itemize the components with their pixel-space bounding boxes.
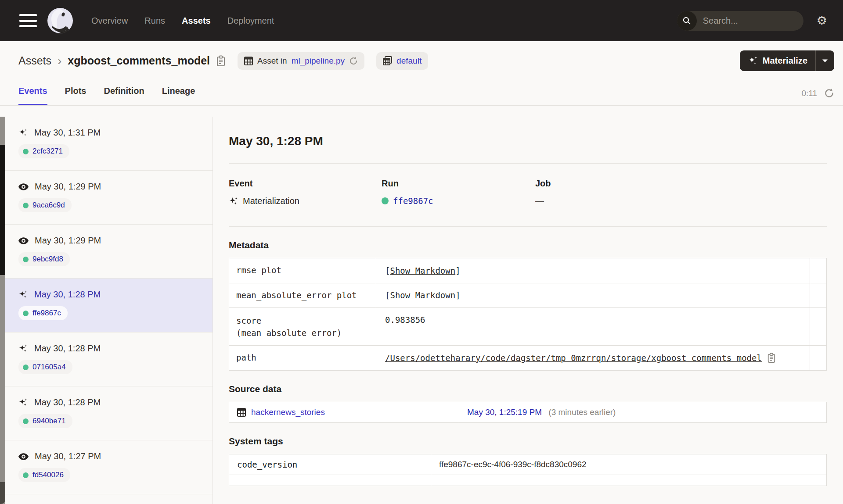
show-markdown-link[interactable]: Show Markdown <box>390 290 455 300</box>
materialization-sparkle-icon <box>18 344 28 354</box>
path-link[interactable]: /Users/odetteharary/code/dagster/tmp_0mz… <box>385 353 762 363</box>
system-tag-value: ffe9867c-ec9c-4f06-939c-f8dc830c0962 <box>431 454 827 475</box>
materialize-split-button: Materialize <box>740 50 834 71</box>
event-type-value: Materialization <box>243 196 299 206</box>
search-box[interactable]: / <box>677 11 803 31</box>
event-row[interactable]: May 30, 1:28 PM 071605a4 <box>5 332 213 386</box>
metadata-key: rmse plot <box>229 258 376 283</box>
tab-lineage[interactable]: Lineage <box>162 86 195 105</box>
system-tags-table: code_version ffe9867c-ec9c-4f06-939c-f8d… <box>229 454 827 486</box>
run-id-badge[interactable]: 9aca6c9d <box>18 198 72 212</box>
source-time-link[interactable]: May 30, 1:25:19 PM <box>467 407 542 417</box>
event-time: May 30, 1:29 PM <box>35 182 101 192</box>
materialize-dropdown-button[interactable] <box>816 50 834 71</box>
refresh-icon[interactable] <box>824 88 834 98</box>
event-time: May 30, 1:31 PM <box>34 128 101 138</box>
nav-item-overview[interactable]: Overview <box>91 16 128 26</box>
event-time: May 30, 1:28 PM <box>34 290 101 300</box>
metadata-heading: Metadata <box>229 240 827 250</box>
source-asset-link[interactable]: hackernews_stories <box>251 407 325 417</box>
job-column: Job — <box>535 179 827 206</box>
materialization-sparkle-icon <box>18 290 28 300</box>
run-id-badge[interactable]: fd540026 <box>18 468 70 482</box>
hamburger-menu-icon[interactable] <box>19 14 37 27</box>
dagster-logo-icon[interactable] <box>47 8 73 33</box>
event-row[interactable]: May 30, 1:29 PM 9aca6c9d <box>5 171 213 225</box>
materialize-label: Materialize <box>763 56 807 66</box>
group-badge: default <box>376 52 428 70</box>
tab-definition[interactable]: Definition <box>104 86 144 105</box>
materialize-button[interactable]: Materialize <box>740 50 815 71</box>
event-row[interactable]: May 30, 1:27 PM fd540026 <box>5 440 213 494</box>
nav-item-runs[interactable]: Runs <box>144 16 165 26</box>
metadata-row: score (mean_absolute_error) 0.983856 <box>229 308 827 346</box>
source-time-note: (3 minutes earlier) <box>548 407 616 417</box>
job-column-label: Job <box>535 179 827 189</box>
caret-down-icon <box>822 59 828 63</box>
metadata-key: mean_absolute_error plot <box>229 283 376 308</box>
observation-eye-icon <box>18 453 29 460</box>
run-status-dot <box>23 365 29 370</box>
run-id-badge[interactable]: 9ebc9fd8 <box>18 252 70 266</box>
tab-plots[interactable]: Plots <box>65 86 86 105</box>
show-markdown-link[interactable]: Show Markdown <box>390 266 455 275</box>
event-row[interactable]: May 30, 1:31 PM 2cfc3271 <box>5 117 213 171</box>
event-time: May 30, 1:28 PM <box>34 343 101 354</box>
group-default-link[interactable]: default <box>396 56 422 66</box>
event-row-partial <box>5 494 213 504</box>
run-status-dot <box>23 311 29 316</box>
copy-path-icon[interactable] <box>767 353 776 363</box>
run-column-label: Run <box>382 179 535 189</box>
breadcrumb-assets-link[interactable]: Assets <box>18 54 51 67</box>
asset-tabs: Events Plots Definition Lineage 0:11 <box>0 82 843 106</box>
metadata-row: rmse plot [Show Markdown] <box>229 258 827 283</box>
table-icon <box>244 57 253 65</box>
event-time: May 30, 1:28 PM <box>34 397 101 407</box>
metadata-row: mean_absolute_error plot [Show Markdown] <box>229 283 827 308</box>
materialization-sparkle-icon <box>229 197 238 206</box>
settings-gear-icon[interactable]: ⚙ <box>817 15 827 27</box>
asset-file-link[interactable]: ml_pipeline.py <box>292 56 345 66</box>
metadata-key: score (mean_absolute_error) <box>229 308 376 346</box>
event-row[interactable]: May 30, 1:28 PM 6940be71 <box>5 386 213 440</box>
run-id-badge[interactable]: 071605a4 <box>18 360 72 374</box>
nav-item-deployment[interactable]: Deployment <box>227 16 274 26</box>
source-data-table: hackernews_stories May 30, 1:25:19 PM (3… <box>229 402 827 423</box>
event-row[interactable]: May 30, 1:29 PM 9ebc9fd8 <box>5 225 213 279</box>
system-tag-key: code_version <box>229 454 431 475</box>
run-status-dot <box>23 257 29 262</box>
run-id-link[interactable]: ffe9867c <box>393 196 433 206</box>
job-empty-value: — <box>535 196 544 206</box>
breadcrumb-separator: › <box>58 55 61 67</box>
run-id-badge[interactable]: 2cfc3271 <box>18 144 69 158</box>
event-time: May 30, 1:27 PM <box>35 451 101 461</box>
asset-location-label: Asset in <box>257 56 287 66</box>
run-status-dot <box>23 472 29 478</box>
run-id-badge[interactable]: ffe9867c <box>18 306 68 320</box>
event-column-label: Event <box>229 179 382 189</box>
copy-asset-name-icon[interactable] <box>216 55 226 67</box>
system-tag-row-partial <box>229 475 827 486</box>
event-time: May 30, 1:29 PM <box>35 236 101 246</box>
search-icon[interactable] <box>677 11 697 31</box>
metadata-key: path <box>229 346 376 371</box>
event-row-selected[interactable]: May 30, 1:28 PM ffe9867c <box>5 279 213 332</box>
left-scrollbar[interactable] <box>0 117 5 504</box>
metadata-table: rmse plot [Show Markdown] mean_absolute_… <box>229 258 827 371</box>
table-icon <box>237 408 246 417</box>
system-tags-heading: System tags <box>229 436 827 447</box>
run-id-badge[interactable]: 6940be71 <box>18 414 72 428</box>
run-column: Run ffe9867c <box>382 179 535 206</box>
left-scrollbar-thumb[interactable] <box>0 145 5 275</box>
tab-events[interactable]: Events <box>18 86 47 105</box>
source-data-heading: Source data <box>229 384 827 394</box>
search-input[interactable] <box>697 16 803 26</box>
asset-header: Assets › xgboost_comments_model Asset in… <box>0 50 843 71</box>
event-list: May 30, 1:31 PM 2cfc3271 May 30, 1:29 PM… <box>5 117 213 504</box>
metadata-row: path /Users/odetteharary/code/dagster/tm… <box>229 346 827 371</box>
top-nav: Overview Runs Assets Deployment / ⚙ <box>0 0 843 41</box>
nav-item-assets[interactable]: Assets <box>182 16 211 26</box>
system-tag-row: code_version ffe9867c-ec9c-4f06-939c-f8d… <box>229 454 827 475</box>
sparkle-icon <box>748 56 758 66</box>
reload-code-location-icon[interactable] <box>349 57 358 65</box>
